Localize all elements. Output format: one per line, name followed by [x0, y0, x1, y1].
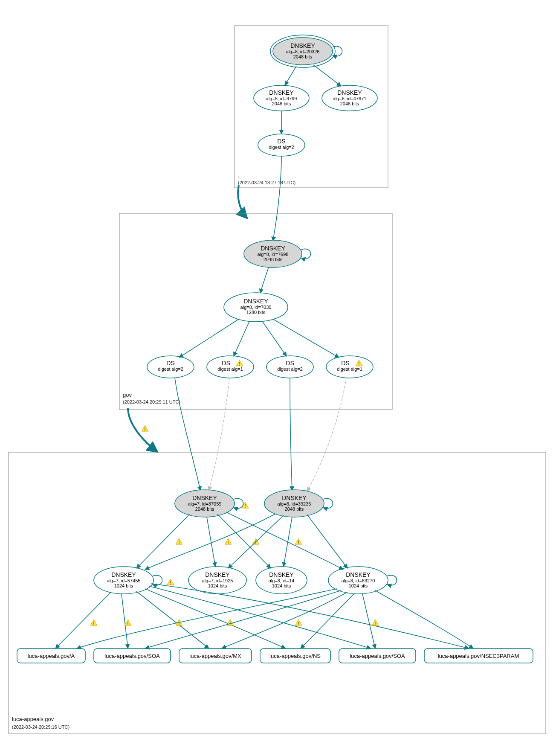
node-gov-ds1: DS digest alg=2: [147, 356, 194, 378]
warning-icon: [176, 538, 182, 545]
zone-root-timestamp: (2022-03-24 18:27:18 UTC): [238, 180, 295, 185]
svg-text:digest alg=1: digest alg=1: [217, 366, 243, 372]
svg-text:digest alg=2: digest alg=2: [277, 366, 303, 372]
svg-text:alg=8, id=39235: alg=8, id=39235: [278, 501, 311, 506]
svg-text:alg=8, id=63270: alg=8, id=63270: [342, 578, 375, 583]
rrset-soa1: luca-appeals.gov/SOA: [94, 648, 171, 663]
node-luca-zsk4: DNSKEY alg=8, id=63270 1024 bits: [328, 567, 388, 594]
svg-text:luca-appeals.gov/NS: luca-appeals.gov/NS: [269, 653, 321, 659]
node-root-ksk: DNSKEY alg=8, id=20326 2048 bits: [270, 35, 335, 67]
svg-text:alg=8, id=20326: alg=8, id=20326: [286, 49, 320, 54]
warning-icon: [225, 538, 232, 545]
svg-text:2048 bits: 2048 bits: [195, 506, 214, 512]
node-gov-ksk: DNSKEY alg=8, id=7698 2048 bits: [244, 240, 302, 268]
svg-text:alg=8, id=9799: alg=8, id=9799: [266, 96, 297, 101]
svg-text:DNSKEY: DNSKEY: [337, 89, 362, 96]
node-gov-ds2: DS digest alg=1: [207, 356, 254, 378]
svg-text:1024 bits: 1024 bits: [349, 583, 368, 588]
warning-icon: [295, 538, 302, 545]
node-luca-ksk1: DNSKEY alg=7, id=37059 2048 bits: [175, 490, 235, 517]
svg-text:2048 bits: 2048 bits: [285, 506, 304, 512]
svg-text:DS: DS: [286, 360, 294, 366]
svg-text:alg=8, id=7698: alg=8, id=7698: [258, 252, 289, 257]
svg-text:DNSKEY: DNSKEY: [261, 245, 285, 252]
svg-text:digest alg=1: digest alg=1: [337, 366, 362, 372]
svg-text:1280 bits: 1280 bits: [246, 310, 266, 315]
svg-text:DNSKEY: DNSKEY: [111, 571, 136, 578]
zone-luca-timestamp: (2022-03-24 20:29:16 UTC): [12, 724, 70, 730]
svg-text:alg=7, id=57455: alg=7, id=57455: [107, 578, 141, 583]
svg-text:DS: DS: [277, 138, 285, 145]
svg-text:DNSKEY: DNSKEY: [282, 494, 307, 501]
svg-text:DS: DS: [222, 360, 230, 366]
svg-text:luca-appeals.gov/NSEC3PARAM: luca-appeals.gov/NSEC3PARAM: [438, 653, 519, 659]
node-luca-zsk1: DNSKEY alg=7, id=57455 1024 bits: [94, 567, 153, 594]
svg-text:2048 bits: 2048 bits: [340, 101, 359, 106]
svg-text:DNSKEY: DNSKEY: [205, 571, 230, 578]
warning-icon: [295, 619, 302, 626]
node-root-zsk2: DNSKEY alg=8, id=47671 2048 bits: [322, 85, 377, 111]
svg-text:DS: DS: [166, 360, 174, 366]
node-gov-ds4: DS digest alg=1: [326, 356, 373, 378]
node-root-zsk1: DNSKEY alg=8, id=9799 2048 bits: [254, 85, 309, 111]
svg-text:luca-appeals.gov/SOA: luca-appeals.gov/SOA: [350, 653, 405, 659]
svg-text:DS: DS: [341, 360, 349, 366]
zone-gov: gov (2022-03-24 20:29:11 UTC) DNSKEY alg…: [119, 213, 392, 410]
warning-icon: [142, 425, 148, 432]
rrset-a: luca-appeals.gov/A: [17, 648, 85, 663]
zone-root-name: .: [238, 172, 240, 179]
zone-luca-name: luca-appeals.gov: [12, 716, 54, 722]
svg-text:DNSKEY: DNSKEY: [346, 571, 371, 578]
node-luca-zsk3: DNSKEY alg=8, id=14 1024 bits: [256, 567, 307, 594]
warning-icon: [167, 579, 174, 585]
svg-text:alg=7, id=37059: alg=7, id=37059: [188, 501, 222, 506]
svg-text:alg=8, id=7030: alg=8, id=7030: [240, 305, 272, 310]
node-gov-ds3: DS digest alg=2: [266, 356, 313, 378]
svg-text:DNSKEY: DNSKEY: [192, 494, 217, 501]
svg-text:DNSKEY: DNSKEY: [243, 298, 268, 305]
svg-text:1024 bits: 1024 bits: [272, 583, 291, 588]
warning-icon: [90, 619, 97, 626]
svg-text:digest alg=2: digest alg=2: [158, 366, 183, 372]
warning-icon: [125, 619, 131, 626]
warning-icon: [372, 619, 379, 626]
svg-text:2048 bits: 2048 bits: [264, 257, 283, 262]
rrset-ns: luca-appeals.gov/NS: [260, 648, 330, 663]
zone-gov-name: gov: [123, 392, 132, 398]
svg-text:alg=7, id=1925: alg=7, id=1925: [202, 578, 233, 583]
svg-text:luca-appeals.gov/A: luca-appeals.gov/A: [28, 653, 75, 659]
node-luca-zsk2: DNSKEY alg=7, id=1925 1024 bits: [188, 567, 246, 594]
svg-text:luca-appeals.gov/SOA: luca-appeals.gov/SOA: [104, 653, 160, 659]
svg-text:2048 bits: 2048 bits: [293, 54, 313, 59]
svg-text:alg=8, id=14: alg=8, id=14: [269, 578, 295, 583]
zone-luca: luca-appeals.gov (2022-03-24 20:29:16 UT…: [9, 452, 546, 734]
svg-text:alg=8, id=47671: alg=8, id=47671: [333, 96, 367, 101]
rrset-soa2: luca-appeals.gov/SOA: [339, 648, 416, 663]
dnssec-authentication-graph: ! . (2022-03-24 18:27:18 UTC) DNSKEY alg…: [0, 0, 556, 756]
svg-text:DNSKEY: DNSKEY: [290, 42, 315, 49]
svg-text:1024 bits: 1024 bits: [114, 583, 133, 588]
zone-gov-timestamp: (2022-03-24 20:29:11 UTC): [123, 399, 180, 404]
svg-text:luca-appeals.gov/MX: luca-appeals.gov/MX: [189, 653, 241, 659]
svg-text:digest alg=2: digest alg=2: [269, 145, 294, 150]
svg-text:DNSKEY: DNSKEY: [269, 571, 294, 578]
svg-text:DNSKEY: DNSKEY: [269, 89, 294, 96]
node-gov-zsk: DNSKEY alg=8, id=7030 1280 bits: [224, 293, 288, 322]
svg-text:1024 bits: 1024 bits: [208, 583, 227, 588]
zone-root: . (2022-03-24 18:27:18 UTC) DNSKEY alg=8…: [235, 26, 388, 188]
rrset-mx: luca-appeals.gov/MX: [179, 648, 252, 663]
svg-text:2048 bits: 2048 bits: [272, 101, 291, 106]
node-luca-ksk2: DNSKEY alg=8, id=39235 2048 bits: [264, 490, 324, 517]
rrset-nsec3param: luca-appeals.gov/NSEC3PARAM: [424, 648, 533, 663]
node-root-ds: DS digest alg=2: [258, 134, 305, 156]
